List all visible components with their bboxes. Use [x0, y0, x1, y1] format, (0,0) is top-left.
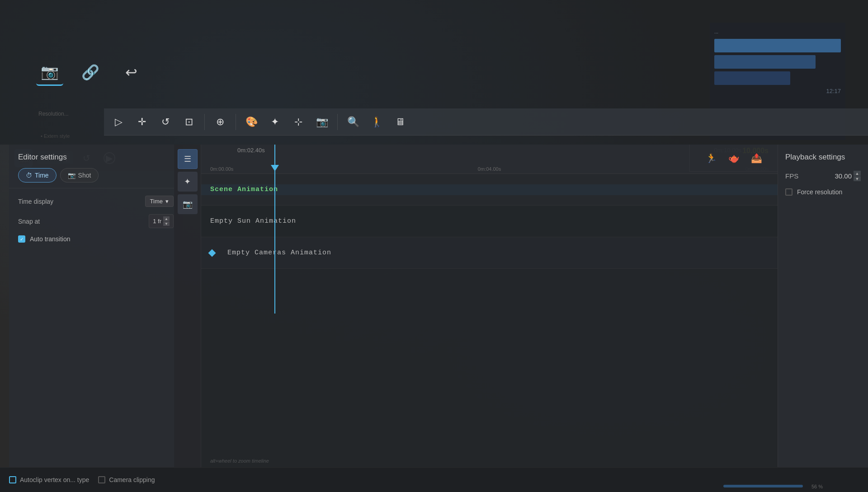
- top-right-text-1: ...: [714, 27, 841, 36]
- track-scene-bar: [201, 184, 778, 195]
- camera-icon-3[interactable]: ↩: [118, 59, 145, 86]
- toolbar-select-icon[interactable]: ▷: [108, 112, 128, 132]
- resolution-label: Resolution...: [38, 111, 69, 117]
- bottom-right-progress: 56 %: [723, 485, 823, 487]
- snap-at-current: 1 fr: [153, 218, 161, 225]
- force-resolution-row: Force resolution: [785, 188, 861, 196]
- bottom-camera-clipping-row: Camera clipping: [98, 476, 155, 483]
- snap-at-row: Snap at 1 fr ▲ ▼: [18, 214, 174, 228]
- snap-at-value: 1 fr ▲ ▼: [149, 214, 174, 228]
- fps-value-container: 30.00 ▲ ▼: [831, 171, 861, 181]
- track-cameras-label: Empty Cameras Animation: [227, 249, 331, 257]
- camera-icon-1[interactable]: 📷: [36, 59, 63, 86]
- toolbar-material-icon[interactable]: 🎨: [241, 112, 261, 132]
- toolbar-pose-icon[interactable]: ⊹: [288, 112, 308, 132]
- fps-down[interactable]: ▼: [854, 176, 861, 181]
- mode-time-btn[interactable]: ⏱ Time: [18, 168, 57, 183]
- fps-number: 30.00: [831, 172, 852, 180]
- camera-clipping-label: Camera clipping: [109, 476, 155, 483]
- toolbar-sep-2: [236, 114, 236, 130]
- strip-btn-camera[interactable]: 📷: [178, 194, 198, 214]
- playback-title: Playback settings: [785, 153, 861, 162]
- bottom-autoclip-row: Autoclip vertex on... type: [9, 476, 89, 483]
- timeline-zoom-hint: alt+wheel to zoom timeline: [210, 458, 269, 464]
- ruler-start: 0m:00.00s: [210, 166, 233, 172]
- fps-up[interactable]: ▲: [854, 171, 861, 176]
- toolbar-sep-1: [204, 114, 205, 130]
- snap-at-input[interactable]: 1 fr ▲ ▼: [149, 214, 174, 228]
- fps-label: FPS: [785, 172, 798, 180]
- auto-transition-row: ✓ Auto transition: [18, 235, 174, 243]
- strip-btn-fx[interactable]: ✦: [178, 172, 198, 192]
- time-display-dropdown[interactable]: Time ▾: [145, 196, 174, 207]
- shot-icon: 📷: [68, 172, 75, 179]
- snap-up[interactable]: ▲: [163, 216, 170, 221]
- camera-icon-2[interactable]: 🔗: [77, 59, 104, 86]
- progress-percent: 56 %: [811, 484, 823, 489]
- force-resolution-label: Force resolution: [797, 188, 842, 196]
- editor-panel: Editor settings ⏱ Time 📷 Shot Time displ…: [9, 145, 183, 467]
- track-cameras-animation: Empty Cameras Animation: [201, 237, 778, 269]
- snap-at-label: Snap at: [18, 218, 40, 225]
- main-toolbar: ▷ ✛ ↺ ⊡ ⊕ 🎨 ✦ ⊹ 📷 🔍 🚶 🖥: [104, 108, 868, 136]
- toolbar-move-icon[interactable]: ✛: [132, 112, 152, 132]
- editor-title: Editor settings: [18, 153, 174, 162]
- time-display-value: Time ▾: [145, 196, 174, 207]
- top-right-bar-3: [714, 71, 790, 85]
- track-sun-label: Empty Sun Animation: [210, 217, 296, 225]
- strip-btn-list[interactable]: ☰: [178, 149, 198, 169]
- top-right-bar-2: [714, 55, 816, 69]
- track-sun-animation: Empty Sun Animation: [201, 206, 778, 237]
- track-cameras-diamond: [208, 249, 216, 257]
- autoclip-checkbox[interactable]: [9, 476, 16, 483]
- fps-spinner[interactable]: ▲ ▼: [854, 171, 861, 181]
- tr-icon-walk[interactable]: 🏃: [703, 150, 720, 167]
- toolbar-walk-icon[interactable]: 🚶: [367, 112, 387, 132]
- time-display-label: Time display: [18, 198, 53, 205]
- timeline-main: 0m:02.40s 0m:10.00s 10.000s 0m:00.00s 0m…: [201, 145, 778, 467]
- mode-time-label: Time: [35, 172, 49, 179]
- top-right-time: 12:17: [714, 88, 841, 94]
- editor-header: Editor settings ⏱ Time 📷 Shot: [9, 145, 183, 188]
- check-mark-icon: ✓: [20, 237, 24, 242]
- time-display-row: Time display Time ▾: [18, 196, 174, 207]
- toolbar-sep-3: [337, 114, 338, 130]
- snap-spinner[interactable]: ▲ ▼: [163, 216, 170, 226]
- toolbar-screen-icon[interactable]: 🖥: [390, 112, 410, 132]
- autoclip-label: Autoclip vertex on... type: [20, 476, 89, 483]
- playhead-triangle: [271, 165, 279, 171]
- track-scene-animation: Scene Animation: [201, 174, 778, 206]
- auto-transition-label: Auto transition: [30, 235, 71, 243]
- auto-transition-checkbox[interactable]: ✓: [18, 235, 25, 243]
- top-left-camera-icons: 📷 🔗 ↩: [36, 59, 145, 86]
- dropdown-arrow-icon: ▾: [165, 198, 169, 205]
- extern-style-label: • Extern style: [41, 133, 70, 139]
- force-resolution-checkbox[interactable]: [785, 188, 793, 196]
- fps-row: FPS 30.00 ▲ ▼: [785, 171, 861, 181]
- tr-icon-pot[interactable]: 🫖: [725, 150, 742, 167]
- mode-buttons: ⏱ Time 📷 Shot: [18, 168, 174, 183]
- mode-shot-label: Shot: [78, 172, 91, 179]
- bottom-bar: Autoclip vertex on... type Camera clippi…: [0, 467, 868, 492]
- editor-settings: Time display Time ▾ Snap at 1 fr ▲ ▼: [9, 188, 183, 250]
- mode-shot-btn[interactable]: 📷 Shot: [60, 168, 99, 183]
- time-display-current: Time: [150, 198, 163, 205]
- toolbar-transform-icon[interactable]: ⊕: [210, 112, 230, 132]
- toolbar-rotate-icon[interactable]: ↺: [156, 112, 175, 132]
- ruler-mid1: 0m:04.00s: [478, 166, 501, 172]
- clock-icon: ⏱: [26, 172, 32, 179]
- toolbar-constraint-icon[interactable]: ✦: [265, 112, 285, 132]
- timeline-strip: ☰ ✦ 📷: [174, 145, 201, 467]
- playhead[interactable]: [274, 145, 275, 314]
- toolbar-zoom-icon[interactable]: 🔍: [343, 112, 363, 132]
- playback-panel: Playback settings FPS 30.00 ▲ ▼ Force re…: [778, 145, 868, 467]
- progress-bar: [723, 485, 803, 487]
- camera-clipping-checkbox[interactable]: [98, 476, 105, 483]
- snap-down[interactable]: ▼: [163, 221, 170, 226]
- toolbar-scale-icon[interactable]: ⊡: [179, 112, 199, 132]
- top-right-bar-1: [714, 39, 841, 52]
- toolbar-camera-snap-icon[interactable]: 📷: [312, 112, 332, 132]
- tr-icon-export[interactable]: 📤: [748, 150, 765, 167]
- top-right-icon-panel: 🏃 🫖 📤: [689, 145, 778, 172]
- timeline-current-time: 0m:02.40s: [237, 147, 265, 154]
